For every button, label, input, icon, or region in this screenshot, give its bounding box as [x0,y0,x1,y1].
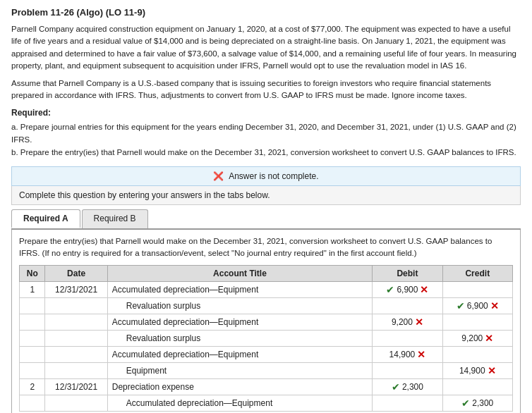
x-icon: ✕ [415,316,423,328]
paragraph-1: Parnell Company acquired construction eq… [11,23,521,72]
problem-title: Problem 11-26 (Algo) (LO 11-9) [11,7,521,18]
col-header-credit: Credit [442,266,512,282]
cell-credit[interactable] [442,347,512,363]
cell-credit[interactable] [442,314,512,331]
required-item-a: a. Prepare journal entries for this equi… [11,121,521,147]
tabs-row: Required A Required B [11,209,521,230]
cell-no [20,363,45,379]
cell-account[interactable]: Accumulated depreciation—Equipment [107,314,372,331]
table-row: Equipment14,900✕ [20,363,513,379]
x-icon: ✕ [490,300,499,312]
cell-date [45,331,107,347]
cell-credit[interactable] [442,379,512,395]
cell-date [45,363,107,379]
required-heading: Required: [11,108,521,118]
cell-date [45,298,107,314]
cell-no [20,298,45,314]
col-header-debit: Debit [373,266,442,282]
cell-account[interactable]: Accumulated depreciation—Equipment [107,347,372,363]
tab-required-b[interactable]: Required B [82,209,148,228]
cell-debit[interactable] [373,363,442,379]
cell-account[interactable]: Accumulated depreciation—Equipment [107,282,372,298]
cell-account[interactable]: Revaluation surplus [107,298,372,314]
cell-account[interactable]: Equipment [107,363,372,379]
x-icon: ✕ [485,333,493,344]
tab-content: Prepare the entry(ies) that Parnell woul… [11,230,521,413]
cell-debit[interactable]: ✔6,900✕ [373,282,442,298]
table-row: Revaluation surplus9,200✕ [20,331,513,347]
cell-credit[interactable]: ✔2,300 [442,395,512,412]
cell-debit[interactable] [373,395,442,412]
table-row: Accumulated depreciation—Equipment14,900… [20,347,513,363]
cell-credit[interactable]: ✔6,900✕ [442,298,512,314]
cell-date [45,395,107,412]
cell-debit[interactable]: 9,200✕ [373,314,442,331]
cell-no [20,395,45,412]
cell-credit[interactable]: 9,200✕ [442,331,512,347]
cell-debit[interactable]: 14,900✕ [373,347,442,363]
cell-debit[interactable] [373,331,442,347]
required-items: a. Prepare journal entries for this equi… [11,121,521,159]
answer-banner-text: Answer is not complete. [229,171,318,181]
paragraph-2: Assume that Parnell Company is a U.S.-ba… [11,78,521,102]
cell-account[interactable]: Revaluation surplus [107,331,372,347]
answer-banner: ❌ Answer is not complete. [11,166,521,186]
check-icon: ✔ [461,397,470,409]
col-header-date: Date [45,266,107,282]
cell-credit[interactable]: 14,900✕ [442,363,512,379]
required-item-b: b. Prepare the entry(ies) that Parnell w… [11,146,521,159]
x-icon: ✕ [488,365,496,376]
cell-no: 2 [20,379,45,395]
x-icon: ✕ [420,284,428,295]
table-row: Accumulated depreciation—Equipment✔2,300 [20,395,513,412]
cell-no [20,347,45,363]
tab-description: Prepare the entry(ies) that Parnell woul… [19,235,513,260]
cell-account[interactable]: Accumulated depreciation—Equipment [107,395,372,412]
col-header-account: Account Title [107,266,372,282]
table-row: 112/31/2021Accumulated depreciation—Equi… [20,282,513,298]
complete-text: Complete this question by entering your … [11,186,521,205]
cell-date: 12/31/2021 [45,282,107,298]
cell-no [20,314,45,331]
tab-required-a[interactable]: Required A [11,209,80,228]
check-icon: ✔ [392,381,400,393]
cell-date [45,347,107,363]
cell-no: 1 [20,282,45,298]
check-icon: ✔ [386,284,394,295]
cell-no [20,331,45,347]
table-row: Accumulated depreciation—Equipment9,200✕ [20,314,513,331]
journal-table: No Date Account Title Debit Credit 112/3… [19,265,513,412]
cell-account[interactable]: Depreciation expense [107,379,372,395]
table-row: Revaluation surplus✔6,900✕ [20,298,513,314]
cell-credit[interactable] [442,282,512,298]
table-row: 212/31/2021Depreciation expense✔2,300 [20,379,513,395]
cell-date: 12/31/2021 [45,379,107,395]
cell-debit[interactable] [373,298,442,314]
error-icon: ❌ [213,171,224,181]
col-header-no: No [20,266,45,282]
cell-date [45,314,107,331]
check-icon: ✔ [457,300,465,312]
cell-debit[interactable]: ✔2,300 [373,379,442,395]
x-icon: ✕ [417,349,425,360]
